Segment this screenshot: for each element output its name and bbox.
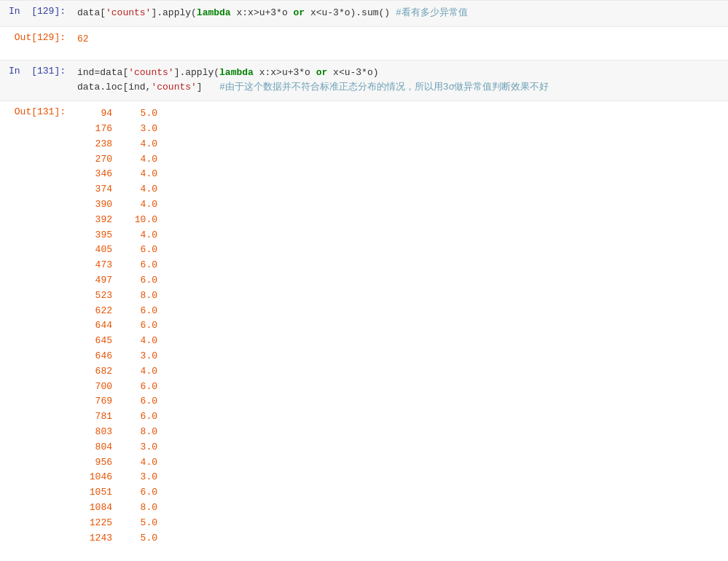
table-row: 6824.0 bbox=[77, 364, 157, 380]
table-row: 5238.0 bbox=[77, 289, 157, 304]
row-value: 5.0 bbox=[121, 516, 157, 531]
cell-129-in-content[interactable]: data['counts'].apply(lambda x:x>u+3*o or… bbox=[73, 4, 728, 23]
code-text: x<u-3*o).sum() bbox=[305, 7, 396, 18]
row-value: 10.0 bbox=[121, 213, 157, 228]
row-index: 803 bbox=[77, 425, 121, 440]
cell-131-input: In [131]: ind=data['counts'].apply(lambd… bbox=[0, 60, 728, 101]
row-value: 6.0 bbox=[121, 304, 157, 319]
table-row: 6463.0 bbox=[77, 349, 157, 364]
row-value: 6.0 bbox=[121, 273, 157, 289]
row-value: 4.0 bbox=[121, 167, 157, 182]
code-text: ].apply( bbox=[151, 7, 196, 18]
row-index: 769 bbox=[77, 394, 121, 409]
cell-131-out-content: 945.01763.02384.02704.03464.03744.03904.… bbox=[73, 104, 728, 548]
table-row: 6226.0 bbox=[77, 304, 157, 319]
cell-131-output: Out[131]: 945.01763.02384.02704.03464.03… bbox=[0, 101, 728, 551]
row-index: 392 bbox=[77, 213, 121, 228]
row-value: 4.0 bbox=[121, 197, 157, 213]
code-text: data[ bbox=[77, 7, 106, 18]
row-value: 3.0 bbox=[121, 349, 157, 364]
code-text: or bbox=[294, 7, 305, 18]
cell-129-input: In [129]: data['counts'].apply(lambda x:… bbox=[0, 0, 728, 26]
table-row: 7696.0 bbox=[77, 394, 157, 409]
row-value: 8.0 bbox=[121, 289, 157, 304]
row-value: 6.0 bbox=[121, 409, 157, 425]
row-index: 644 bbox=[77, 318, 121, 334]
code-comment: #看有多少异常值 bbox=[396, 7, 468, 18]
code-text: ].apply( bbox=[174, 67, 219, 78]
code-text: 'counts' bbox=[128, 67, 173, 78]
row-index: 346 bbox=[77, 167, 121, 182]
row-index: 523 bbox=[77, 289, 121, 304]
row-value: 6.0 bbox=[121, 243, 157, 258]
table-row: 4976.0 bbox=[77, 273, 157, 289]
cell-131-in-content[interactable]: ind=data['counts'].apply(lambda x:x>u+3*… bbox=[73, 63, 728, 98]
code-text: x:x>u+3*o bbox=[254, 67, 316, 78]
table-row: 945.0 bbox=[77, 106, 157, 122]
code-text: or bbox=[316, 67, 328, 78]
spacer bbox=[0, 52, 728, 60]
code-text: 'counts' bbox=[106, 7, 151, 18]
table-row: 7006.0 bbox=[77, 380, 157, 395]
row-index: 804 bbox=[77, 440, 121, 455]
cell-129-output: Out[129]: 62 bbox=[0, 26, 728, 52]
row-value: 4.0 bbox=[121, 137, 157, 152]
row-value: 3.0 bbox=[121, 470, 157, 485]
cell-129-out-content: 62 bbox=[73, 30, 728, 50]
row-index: 682 bbox=[77, 364, 121, 380]
row-index: 1051 bbox=[77, 485, 121, 501]
table-row: 8038.0 bbox=[77, 425, 157, 440]
row-value: 4.0 bbox=[121, 455, 157, 471]
code-text: ind=data[ bbox=[77, 67, 128, 78]
row-index: 94 bbox=[77, 106, 121, 122]
table-row: 8043.0 bbox=[77, 440, 157, 455]
row-value: 3.0 bbox=[121, 122, 157, 137]
table-row: 3464.0 bbox=[77, 167, 157, 182]
code-text: data.loc[ind, bbox=[77, 82, 151, 93]
code-line-1: ind=data['counts'].apply(lambda x:x>u+3*… bbox=[77, 66, 724, 81]
code-text: lambda bbox=[197, 7, 231, 18]
table-row: 9564.0 bbox=[77, 455, 157, 471]
table-row: 39210.0 bbox=[77, 213, 157, 228]
row-value: 6.0 bbox=[121, 258, 157, 273]
row-value: 5.0 bbox=[121, 531, 157, 546]
table-row: 4056.0 bbox=[77, 243, 157, 258]
row-index: 700 bbox=[77, 380, 121, 395]
row-value: 4.0 bbox=[121, 152, 157, 168]
table-row: 12255.0 bbox=[77, 516, 157, 531]
table-row: 10516.0 bbox=[77, 485, 157, 501]
row-index: 1243 bbox=[77, 531, 121, 546]
row-index: 374 bbox=[77, 182, 121, 197]
table-row: 3954.0 bbox=[77, 228, 157, 243]
code-comment: #由于这个数据并不符合标准正态分布的情况，所以用3σ做异常值判断效果不好 bbox=[219, 82, 549, 93]
row-value: 6.0 bbox=[121, 485, 157, 501]
table-row: 10463.0 bbox=[77, 470, 157, 485]
cell-131-out-label: Out[131]: bbox=[0, 104, 73, 548]
out-value: 62 bbox=[77, 34, 89, 44]
cell-131-in-label: In [131]: bbox=[0, 63, 73, 98]
row-value: 4.0 bbox=[121, 228, 157, 243]
row-index: 473 bbox=[77, 258, 121, 273]
table-row: 3744.0 bbox=[77, 182, 157, 197]
table-row: 1763.0 bbox=[77, 122, 157, 137]
row-index: 1046 bbox=[77, 470, 121, 485]
row-index: 1225 bbox=[77, 516, 121, 531]
code-text: lambda bbox=[219, 67, 254, 78]
row-index: 956 bbox=[77, 455, 121, 471]
code-line: data['counts'].apply(lambda x:x>u+3*o or… bbox=[77, 6, 724, 21]
row-index: 646 bbox=[77, 349, 121, 364]
cell-129-out-label: Out[129]: bbox=[0, 30, 73, 50]
table-row: 4736.0 bbox=[77, 258, 157, 273]
code-text: x:x>u+3*o bbox=[231, 7, 294, 18]
row-value: 6.0 bbox=[121, 394, 157, 409]
table-row: 2704.0 bbox=[77, 152, 157, 168]
row-index: 622 bbox=[77, 304, 121, 319]
row-value: 3.0 bbox=[121, 440, 157, 455]
row-index: 395 bbox=[77, 228, 121, 243]
table-row: 7816.0 bbox=[77, 409, 157, 425]
row-value: 4.0 bbox=[121, 364, 157, 380]
row-index: 270 bbox=[77, 152, 121, 168]
row-index: 497 bbox=[77, 273, 121, 289]
code-text: x<u-3*o) bbox=[327, 67, 378, 78]
row-value: 4.0 bbox=[121, 334, 157, 349]
